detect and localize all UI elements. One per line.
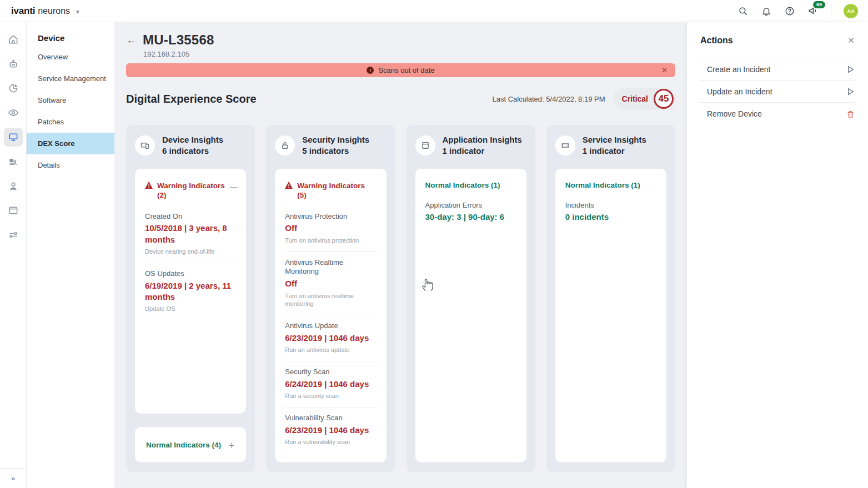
indicator-label: Antivirus Realtime Monitoring: [285, 258, 377, 277]
menu-item-patches[interactable]: Patches: [27, 111, 114, 133]
bot-icon[interactable]: [4, 54, 23, 73]
announcements-badge: 69: [813, 1, 825, 8]
normal-header: Normal Indicators (1): [565, 181, 658, 189]
user-icon[interactable]: [4, 177, 23, 195]
indicator-created-on: Created On 10/5/2018 | 3 years, 8 months…: [145, 206, 237, 263]
card-security-insights: Security Insights 5 indicators Warning I…: [266, 125, 395, 472]
indicator-antivirus-update: Antivirus Update 6/23/2019 | 1046 days R…: [285, 315, 377, 361]
indicator-label: Incidents: [565, 201, 658, 210]
brand-primary: ivanti: [11, 6, 35, 17]
card-subtitle: 6 indicators: [162, 145, 223, 157]
card-head: Device Insights 6 indicators: [135, 134, 246, 157]
indicator-label: Created On: [145, 212, 237, 222]
home-icon[interactable]: [4, 30, 23, 49]
card-subtitle: 1 indicator: [583, 145, 646, 157]
bell-icon[interactable]: [761, 6, 772, 17]
run-icon[interactable]: [846, 65, 855, 74]
warning-header: Warning Indicators (2) —: [145, 181, 237, 200]
collapse-icon[interactable]: —: [230, 182, 238, 192]
warning-header: Warning Indicators (5): [285, 181, 377, 200]
card-title-text: Device Insights: [162, 134, 223, 145]
indicator-vulnerability-scan: Vulnerability Scan 6/23/2019 | 1046 days…: [285, 407, 377, 453]
back-arrow-icon[interactable]: ←: [126, 35, 136, 45]
action-remove-device[interactable]: Remove Device: [700, 103, 855, 125]
card-title-text: Service Insights: [583, 134, 646, 145]
menu-item-overview[interactable]: Overview: [27, 46, 114, 68]
indicator-application-errors: Application Errors 30-day: 3 | 90-day: 6: [425, 195, 518, 230]
service-insights-icon: [555, 135, 575, 155]
avatar[interactable]: AA: [844, 4, 858, 18]
warning-indicators-panel: Warning Indicators (2) — Created On 10/5…: [135, 169, 246, 414]
actions-title: Actions: [700, 36, 847, 46]
normal-header: Normal Indicators (1): [425, 181, 518, 189]
card-title-text: Application Insights: [443, 134, 522, 145]
indicator-hint: Update OS: [145, 305, 237, 313]
window-icon[interactable]: [4, 201, 23, 220]
banner-close-icon[interactable]: ✕: [661, 66, 668, 74]
action-create-incident[interactable]: Create an Incident: [700, 58, 855, 81]
indicator-value: 30-day: 3 | 90-day: 6: [425, 212, 518, 223]
normal-indicators-panel: Normal Indicators (1) Application Errors…: [415, 169, 526, 463]
topbar: ivanti neurons ▼ 69 AA: [0, 0, 868, 22]
chevron-down-icon[interactable]: ▼: [75, 9, 81, 15]
section-title: Digital Experience Score: [126, 93, 257, 105]
menu-item-details[interactable]: Details: [27, 154, 114, 176]
normal-indicators-toggle[interactable]: Normal Indicators (4) ＋: [135, 427, 246, 462]
menu-item-software[interactable]: Software: [27, 89, 114, 111]
indicator-hint: Run a security scan: [285, 392, 377, 400]
card-title: Security Insights 5 indicators: [302, 134, 369, 157]
supply-chain-icon[interactable]: [4, 152, 23, 171]
help-icon[interactable]: [784, 6, 795, 17]
body: » Device Overview Service Management Sof…: [0, 22, 868, 488]
indicator-value: 6/23/2019 | 1046 days: [285, 333, 377, 344]
card-title: Application Insights 1 indicator: [443, 134, 522, 157]
page-title: MU-L35568: [143, 32, 214, 48]
indicator-label: OS Updates: [145, 269, 237, 279]
run-icon[interactable]: [846, 87, 855, 96]
score-badge: Critical 45: [613, 88, 675, 110]
devices-icon[interactable]: [4, 128, 23, 147]
trash-icon[interactable]: [846, 110, 855, 118]
menu-item-service-management[interactable]: Service Management: [27, 68, 114, 89]
pie-chart-icon[interactable]: [4, 79, 23, 98]
menu-item-dex-score[interactable]: DEX Score: [27, 133, 114, 154]
action-label: Create an Incident: [700, 65, 846, 74]
indicator-label: Antivirus Protection: [285, 212, 377, 222]
device-insights-icon: [135, 135, 155, 155]
expand-icon[interactable]: »: [0, 468, 27, 488]
plus-icon[interactable]: ＋: [227, 439, 236, 451]
card-subtitle: 1 indicator: [443, 145, 522, 157]
indicator-hint: Run an antivirus update: [285, 346, 377, 354]
close-icon[interactable]: ✕: [847, 36, 855, 46]
alert-banner: ! Scans out of date ✕: [126, 63, 675, 77]
des-right: Last Calculated: 5/4/2022, 8:19 PM Criti…: [492, 88, 675, 110]
brand-logo[interactable]: ivanti neurons ▼: [11, 6, 81, 17]
actions-header: Actions ✕: [700, 36, 855, 46]
indicator-security-scan: Security Scan 6/24/2019 | 1046 days Run …: [285, 361, 377, 407]
des-header-row: Digital Experience Score Last Calculated…: [126, 88, 675, 110]
announcements-icon[interactable]: 69: [807, 6, 819, 17]
indicator-antivirus-realtime: Antivirus Realtime Monitoring Off Turn o…: [285, 251, 377, 315]
app-window: ivanti neurons ▼ 69 AA: [0, 0, 868, 488]
warning-header-text: Warning Indicators (2): [157, 181, 230, 200]
indicator-value: 6/23/2019 | 1046 days: [285, 425, 377, 436]
device-ip: 192.168.2.105: [143, 50, 675, 58]
page-header: ← MU-L35568: [126, 32, 675, 48]
indicator-antivirus-protection: Antivirus Protection Off Turn on antivir…: [285, 206, 377, 251]
search-icon[interactable]: [737, 6, 749, 17]
indicator-hint: Turn on antivirus protection: [285, 237, 377, 245]
indicator-label: Vulnerability Scan: [285, 414, 377, 423]
card-head: Security Insights 5 indicators: [275, 134, 386, 157]
settings-icon[interactable]: [4, 225, 23, 244]
card-subtitle: 5 indicators: [302, 145, 369, 157]
last-calculated: Last Calculated: 5/4/2022, 8:19 PM: [492, 95, 605, 103]
card-device-insights: Device Insights 6 indicators Warning Ind…: [126, 125, 255, 472]
menu-heading: Device: [27, 33, 114, 46]
warning-indicators-panel: Warning Indicators (5) Antivirus Protect…: [275, 169, 386, 463]
indicator-value: 6/24/2019 | 1046 days: [285, 379, 377, 390]
topbar-divider: [831, 5, 831, 17]
action-update-incident[interactable]: Update an Incident: [700, 81, 855, 103]
eye-icon[interactable]: [4, 103, 23, 122]
indicator-value: Off: [285, 223, 377, 234]
card-title: Device Insights 6 indicators: [162, 134, 223, 157]
